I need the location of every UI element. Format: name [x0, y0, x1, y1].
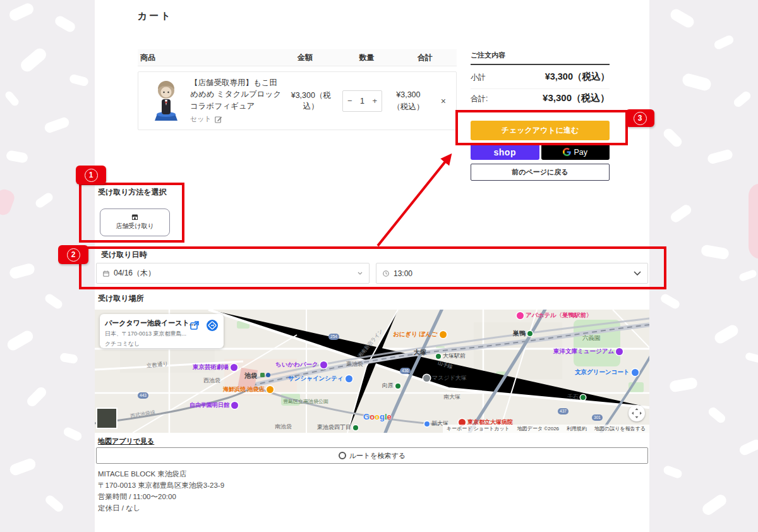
pickup-date-value: 04/16（木）	[114, 268, 353, 279]
summary-divider	[471, 64, 610, 65]
keyboard-shortcuts-link[interactable]: キーボード ショートカット	[447, 425, 510, 432]
page: カート 商品 金額 数量 合計 【店舗受取専用】もこ田めめめ	[0, 0, 758, 532]
shop-pay-button[interactable]: shop	[471, 144, 539, 160]
open-map-app-link[interactable]: 地図アプリで見る	[98, 437, 154, 446]
store-icon	[131, 214, 138, 220]
date-chevron-down-icon	[358, 272, 363, 275]
pickup-date-select[interactable]: 04/16（木）	[96, 263, 370, 284]
total-label: 合計:	[471, 94, 488, 104]
route-badge: 301	[592, 414, 603, 421]
quantity-input[interactable]	[355, 96, 370, 106]
pickup-time-value: 13:00	[394, 269, 629, 278]
map-pan-control[interactable]	[629, 405, 645, 421]
map-label: 東池袋	[346, 360, 363, 368]
terms-link[interactable]: 利用規約	[567, 425, 587, 432]
gpay-label: Pay	[574, 148, 587, 157]
product-name-block: 【店舗受取専用】もこ田めめめ ミタクルブロックコラボフィギュア セット	[190, 77, 285, 124]
store-pickup-button[interactable]: 店舗受け取り	[100, 209, 170, 236]
clock-icon	[383, 270, 389, 277]
express-pay-row: shop Pay	[471, 144, 610, 160]
google-logo[interactable]: Google	[363, 412, 392, 421]
map-label: 東洋文庫ミュージアム	[553, 348, 623, 356]
map-label: 西池袋	[203, 377, 220, 385]
product-name: 【店舗受取専用】もこ田めめめ ミタクルブロックコラボフィギュア	[190, 77, 285, 111]
back-button[interactable]: 前のページに戻る	[471, 164, 610, 181]
google-pay-button[interactable]: Pay	[541, 144, 610, 160]
subtotal-row: 小計 ¥3,300（税込）	[471, 71, 610, 89]
calendar-icon	[103, 270, 109, 277]
col-total: 合計	[394, 52, 457, 63]
map-label: 東池袋四丁目	[317, 423, 358, 432]
map-label: 大塚	[414, 348, 426, 357]
cart-item-row: 【店舗受取専用】もこ田めめめ ミタクルブロックコラボフィギュア セット ¥3,3…	[138, 71, 457, 130]
route-icon	[339, 452, 346, 459]
map-data-label: 地図データ ©2026	[517, 425, 559, 432]
pickup-location-heading: 受け取り場所	[98, 293, 144, 304]
map[interactable]: 池袋 西池袋 東池袋 南池袋 東池袋四丁目 大塚 大塚駅前 新大塚 南大塚 向原…	[95, 310, 649, 433]
store-name: MITACLE BLOCK 東池袋店	[98, 468, 224, 480]
map-label: 向原	[382, 382, 400, 390]
map-label: 大塚駅前	[436, 352, 466, 360]
item-total: ¥3,300 （税込）	[385, 89, 432, 113]
cart-panel: カート 商品 金額 数量 合計 【店舗受取専用】もこ田めめめ	[95, 0, 649, 532]
google-g-icon	[563, 148, 571, 156]
directions-icon[interactable]	[206, 319, 219, 332]
total-value: ¥3,300（税込）	[543, 92, 610, 104]
place-title[interactable]: パークタワー池袋イースト...	[105, 318, 219, 328]
store-pickup-label: 店舗受け取り	[116, 222, 153, 231]
col-product: 商品	[138, 52, 270, 63]
map-label: 文京グリーンコート	[575, 368, 639, 377]
pickup-method-heading: 受け取り方法を選択	[98, 187, 224, 198]
map-label: 豊島区立南池袋公園	[283, 398, 328, 405]
item-price: ¥3,300（税込）	[285, 90, 337, 112]
map-label: サンシャインシティ	[288, 375, 352, 383]
store-info: MITACLE BLOCK 東池袋店 〒170-0013 東京都豊島区東池袋3-…	[98, 468, 224, 514]
time-chevron-down-icon	[634, 271, 641, 275]
map-label: 海鮮浜焼 池袋店	[223, 385, 274, 394]
street-view-thumbnail[interactable]	[96, 408, 117, 429]
product-thumbnail	[148, 79, 184, 123]
quantity-minus-button[interactable]: −	[347, 96, 352, 106]
map-label: ちいかわパーク	[275, 361, 327, 369]
cart-table-header: 商品 金額 数量 合計	[138, 49, 457, 66]
col-price: 金額	[270, 52, 340, 63]
subtotal-value: ¥3,300（税込）	[545, 71, 610, 83]
remove-item-button[interactable]: ×	[437, 95, 450, 107]
annotation-step-1: 1	[76, 166, 106, 184]
report-error-link[interactable]: 地図の誤りを報告する	[594, 425, 646, 432]
quantity-stepper: − +	[342, 90, 382, 112]
route-badge: 436	[400, 368, 411, 374]
store-hours: 営業時間 / 11:00〜20:00	[98, 491, 224, 502]
route-badge: 443	[138, 392, 148, 399]
map-label: 巣鴨	[513, 329, 532, 338]
col-quantity: 数量	[340, 52, 394, 63]
pan-arrows-icon	[629, 405, 645, 421]
summary-heading: ご注文内容	[471, 51, 505, 60]
route-badge: 437	[558, 408, 568, 414]
map-label: マスジド大塚	[423, 374, 467, 382]
map-attribution: キーボード ショートカット 地図データ ©2026 利用規約 地図の誤りを報告す…	[443, 425, 649, 433]
route-badge: 254	[328, 334, 339, 340]
pickup-method-section: 受け取り方法を選択 店舗受け取り	[98, 187, 224, 244]
annotation-step-2: 2	[58, 245, 88, 264]
place-reviews: クチコミなし	[105, 340, 219, 348]
map-label: 自由学園明日館	[190, 401, 238, 409]
map-label: 千石	[567, 393, 586, 401]
store-address: 〒170-0013 東京都豊島区東池袋3-23-9	[98, 480, 224, 491]
map-label: おにぎり ぼんご	[393, 330, 447, 339]
product-variant: セット	[190, 114, 212, 124]
quantity-plus-button[interactable]: +	[372, 96, 377, 106]
open-in-new-icon[interactable]	[190, 320, 200, 330]
subtotal-label: 小計	[471, 72, 486, 83]
annotation-step-3: 3	[625, 109, 654, 127]
search-route-button[interactable]: ルートを検索する	[96, 447, 648, 464]
map-label: 池袋	[244, 372, 257, 380]
pickup-time-select[interactable]: 13:00	[376, 263, 648, 284]
total-row: 合計: ¥3,300（税込）	[471, 92, 610, 110]
map-label: 南池袋	[275, 423, 292, 431]
store-holiday: 定休日 / なし	[98, 502, 224, 514]
place-address: 日本、〒170-0013 東京都豊島...	[105, 330, 219, 338]
edit-variant-icon[interactable]	[215, 116, 222, 123]
checkout-button[interactable]: チェックアウトに進む	[471, 121, 610, 140]
map-label: アパホテル〈巣鴨駅前〉	[517, 311, 593, 320]
